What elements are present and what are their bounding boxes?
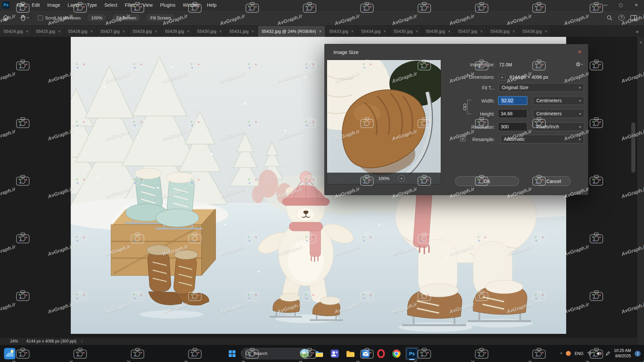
menu-item-layer[interactable]: Layer	[64, 0, 83, 10]
menu-item-help[interactable]: Help	[203, 0, 220, 10]
preview-zoom-in-icon[interactable]: +	[398, 175, 405, 182]
zoom-100-button[interactable]: 100%	[87, 13, 107, 22]
size-preview[interactable]: − 100% +	[327, 60, 441, 184]
tab-close-icon[interactable]: ×	[26, 29, 28, 34]
width-input[interactable]: 52.02	[498, 96, 527, 105]
menu-item-type[interactable]: Type	[83, 0, 101, 10]
fill-screen-button[interactable]: Fill Screen	[146, 13, 175, 22]
tab-close-icon[interactable]: ×	[448, 29, 450, 34]
close-icon[interactable]: ✕	[629, 0, 644, 10]
document-tab[interactable]: 55427.jpg×	[97, 26, 129, 37]
document-tab[interactable]: 55439.jpg×	[519, 26, 551, 37]
minimize-icon[interactable]: —	[598, 0, 613, 10]
hand-tool-icon[interactable]	[17, 12, 29, 23]
resolution-input[interactable]	[498, 122, 527, 131]
document-tab[interactable]: 55431.jpg×	[226, 26, 258, 37]
home-icon[interactable]	[0, 12, 11, 23]
resolution-unit-select[interactable]: Pixels/Inch ▾	[533, 122, 584, 131]
document-tab[interactable]: 55435.jpg×	[390, 26, 422, 37]
tab-close-icon[interactable]: ×	[383, 29, 386, 34]
tray-app-icon[interactable]	[566, 351, 571, 356]
file-explorer-icon[interactable]	[313, 347, 326, 360]
tab-close-icon[interactable]: ×	[351, 29, 354, 34]
document-tab[interactable]: 55438.jpg×	[487, 26, 519, 37]
document-tab[interactable]: 55430.jpg×	[194, 26, 226, 37]
wifi-icon[interactable]	[587, 351, 593, 356]
taskbar-search[interactable]: Search	[241, 348, 311, 359]
tab-close-icon[interactable]: ×	[219, 29, 222, 34]
tab-close-icon[interactable]: ×	[155, 29, 157, 34]
tab-close-icon[interactable]: ×	[123, 29, 125, 34]
status-chevron-icon[interactable]: ›	[81, 339, 83, 344]
resample-select[interactable]: Automatic ▾	[500, 135, 584, 143]
width-unit-select[interactable]: Centimeters ▾	[533, 96, 584, 105]
folder-icon[interactable]	[343, 347, 357, 360]
tab-overflow-icon[interactable]: »	[631, 26, 644, 37]
scrollbar-thumb[interactable]	[631, 122, 635, 173]
search-highlight-thumbnail[interactable]	[300, 349, 309, 358]
ok-button[interactable]: OK	[455, 176, 519, 186]
preview-zoom-out-icon[interactable]: −	[363, 175, 370, 182]
volume-icon[interactable]	[596, 351, 602, 356]
menu-item-plugins[interactable]: Plugins	[156, 0, 179, 10]
tab-close-icon[interactable]: ×	[480, 29, 483, 34]
menu-item-window[interactable]: Window	[179, 0, 203, 10]
chrome-icon[interactable]	[390, 347, 403, 360]
status-zoom-level[interactable]: 24%	[10, 339, 18, 344]
document-tab[interactable]: 55437.jpg×	[454, 26, 487, 37]
document-tab[interactable]: 55424.jpg×	[0, 26, 32, 37]
tab-close-icon[interactable]: ×	[513, 29, 515, 34]
dimensions-dropdown-icon[interactable]: ▾	[499, 74, 505, 80]
document-tab[interactable]: 55432.jpg @ 24% (RGB/8#)×	[258, 26, 325, 37]
menu-item-file[interactable]: File	[13, 0, 28, 10]
scroll-all-windows-option[interactable]: Scroll All Windows	[38, 15, 81, 20]
pen-icon[interactable]	[605, 351, 610, 356]
maximize-icon[interactable]: ▢	[613, 0, 629, 10]
scroll-all-windows-checkbox[interactable]	[38, 15, 43, 20]
document-tab[interactable]: 55434.jpg×	[358, 26, 390, 37]
tab-close-icon[interactable]: ×	[319, 29, 321, 34]
tab-close-icon[interactable]: ×	[416, 29, 418, 34]
vertical-scrollbar[interactable]	[631, 37, 635, 334]
fit-screen-button[interactable]: Fit Screen	[112, 13, 141, 22]
opera-icon[interactable]	[374, 347, 388, 360]
collapse-panels-icon[interactable]: «	[639, 40, 642, 345]
document-tab[interactable]: 55429.jpg×	[161, 26, 194, 37]
mail-icon[interactable]	[359, 347, 372, 360]
tab-close-icon[interactable]: ×	[90, 29, 93, 34]
document-tab[interactable]: 55428.jpg×	[129, 26, 161, 37]
search-icon[interactable]	[604, 12, 615, 23]
tab-close-icon[interactable]: ×	[545, 29, 547, 34]
menu-item-image[interactable]: Image	[44, 0, 64, 10]
tab-close-icon[interactable]: ×	[58, 29, 60, 34]
teams-icon[interactable]	[328, 347, 341, 360]
tab-close-icon[interactable]: ×	[252, 29, 254, 34]
workspace-layout-icon[interactable]	[628, 12, 639, 23]
document-tab[interactable]: 55426.jpg×	[64, 26, 97, 37]
language-indicator[interactable]: ENG	[575, 351, 583, 356]
link-dimensions-icon[interactable]	[463, 103, 467, 111]
taskbar-corner-icon[interactable]	[4, 348, 15, 359]
height-input[interactable]	[498, 109, 527, 118]
menu-item-filter[interactable]: Filter	[121, 0, 139, 10]
dialog-close-icon[interactable]: ✕	[576, 48, 583, 56]
photoshop-taskbar-icon[interactable]: Ps	[405, 347, 419, 360]
tray-expand-icon[interactable]: ^	[560, 351, 562, 356]
notification-badge[interactable]: 2	[635, 351, 641, 357]
tool-caret-icon[interactable]: ▾	[27, 16, 29, 19]
taskbar-clock[interactable]: 10:25 AM 8/8/2025	[614, 348, 631, 359]
fit-to-select[interactable]: Original Size ▾	[498, 83, 584, 92]
help-icon[interactable]: ?	[619, 15, 625, 21]
start-button[interactable]	[225, 347, 239, 360]
gear-icon[interactable]: ⚙▾	[576, 61, 583, 68]
resample-checkbox[interactable]: ✓	[460, 136, 466, 141]
collapsed-panel-strip[interactable]: «	[637, 37, 644, 345]
height-unit-select[interactable]: Centimeters ▾	[533, 109, 584, 118]
menu-item-view[interactable]: View	[139, 0, 156, 10]
document-tab[interactable]: 55433.jpg×	[325, 26, 358, 37]
document-tab[interactable]: 55425.jpg×	[32, 26, 64, 37]
menu-item-edit[interactable]: Edit	[28, 0, 44, 10]
document-tab[interactable]: 55436.jpg×	[422, 26, 454, 37]
cancel-button[interactable]: Cancel	[537, 176, 571, 186]
menu-item-select[interactable]: Select	[101, 0, 121, 10]
